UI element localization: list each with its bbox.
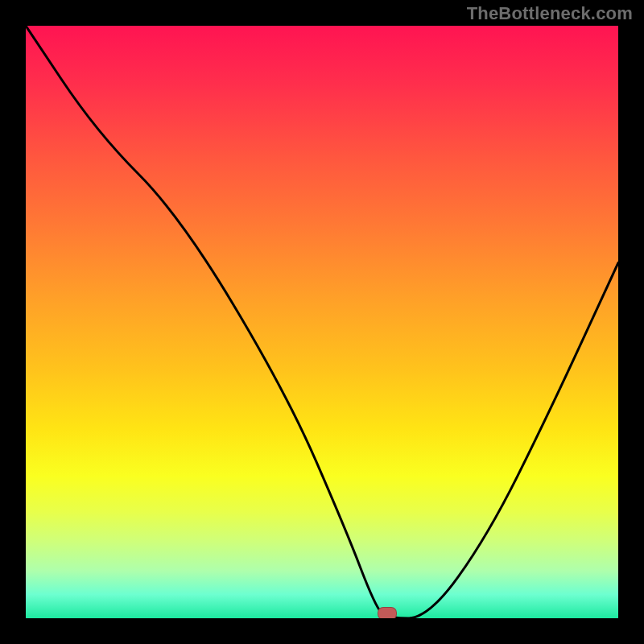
optimal-point-marker — [378, 607, 397, 618]
watermark-label: TheBottleneck.com — [467, 3, 633, 24]
plot-area — [26, 26, 618, 618]
chart-frame: TheBottleneck.com — [0, 0, 644, 644]
bottleneck-curve — [26, 26, 618, 618]
